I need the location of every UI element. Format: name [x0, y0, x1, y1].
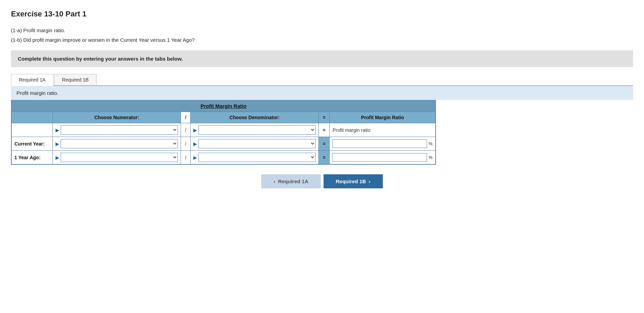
- numerator-arrow-0: ▶: [56, 127, 59, 133]
- denominator-cell-1[interactable]: ▶: [191, 137, 319, 151]
- denominator-cell-0[interactable]: ▶: [191, 123, 319, 137]
- instruction-1b: (1-b) Did profit margin improve or worse…: [11, 36, 633, 45]
- equals-2: =: [319, 151, 330, 164]
- pct-label-1: %: [428, 141, 433, 146]
- numerator-arrow-1: ▶: [56, 141, 59, 147]
- tab-subtitle: Profit margin ratio.: [11, 86, 633, 100]
- denominator-select-2[interactable]: [198, 153, 316, 162]
- col-header-result: Profit Margin Ratio: [330, 112, 436, 123]
- denominator-select-0[interactable]: [198, 125, 316, 135]
- ratio-table-title: Profit Margin Ratio: [11, 100, 436, 112]
- prev-label: Required 1A: [278, 178, 308, 184]
- equals-1: =: [319, 137, 330, 151]
- col-header-divider: /: [181, 112, 191, 123]
- col-header-numerator: Choose Numerator:: [53, 112, 181, 123]
- pct-label-2: %: [428, 155, 433, 160]
- numerator-cell-2[interactable]: ▶: [53, 151, 181, 164]
- instructions: (1-a) Profit margin ratio. (1-b) Did pro…: [11, 26, 633, 44]
- result-cell-2[interactable]: %: [330, 151, 436, 164]
- next-button[interactable]: Required 1B ›: [324, 174, 383, 188]
- denominator-cell-2[interactable]: ▶: [191, 151, 319, 164]
- divider-2: /: [181, 151, 191, 164]
- denominator-select-1[interactable]: [198, 139, 316, 148]
- col-header-label: [12, 112, 53, 123]
- col-header-denominator: Choose Denominator:: [191, 112, 319, 123]
- tab-required-1a[interactable]: Required 1A: [11, 74, 53, 86]
- ratio-table-container: Profit Margin Ratio Choose Numerator: / …: [11, 100, 436, 165]
- tabs-row: Required 1A Required 1B: [11, 74, 633, 86]
- result-input-1[interactable]: [332, 139, 427, 148]
- numerator-select-1[interactable]: [61, 139, 178, 148]
- result-cell-1[interactable]: %: [330, 137, 436, 151]
- denominator-arrow-1: ▶: [193, 141, 197, 147]
- denominator-arrow-0: ▶: [193, 127, 197, 133]
- divider-1: /: [181, 137, 191, 151]
- numerator-cell-0: ▶: [53, 123, 181, 137]
- numerator-select-2[interactable]: [61, 153, 178, 162]
- row-label-0: [12, 123, 53, 137]
- denominator-arrow-2: ▶: [193, 155, 197, 160]
- equals-0: =: [319, 123, 330, 137]
- numerator-cell-1[interactable]: ▶: [53, 137, 181, 151]
- prev-button[interactable]: ‹ Required 1A: [261, 174, 320, 188]
- numerator-select-0[interactable]: [61, 125, 178, 135]
- tab-content: Profit margin ratio. Profit Margin Ratio…: [11, 86, 633, 165]
- prev-arrow: ‹: [274, 178, 275, 184]
- tab-required-1b[interactable]: Required 1B: [54, 74, 97, 85]
- numerator-arrow-2: ▶: [56, 155, 59, 160]
- instruction-box: Complete this question by entering your …: [11, 50, 633, 67]
- row-label-2: 1 Year Ago:: [12, 151, 53, 164]
- next-arrow: ›: [369, 178, 370, 184]
- divider-0: /: [181, 123, 191, 137]
- col-header-equals: =: [319, 112, 330, 123]
- result-cell-0: Profit margin ratio: [330, 123, 436, 137]
- next-label: Required 1B: [336, 178, 366, 184]
- row-label-1: Current Year:: [12, 137, 53, 151]
- page-title: Exercise 13-10 Part 1: [11, 10, 633, 18]
- result-input-2[interactable]: [332, 153, 427, 162]
- result-text-0: Profit margin ratio: [332, 127, 370, 133]
- ratio-table: Choose Numerator: / Choose Denominator: …: [11, 112, 436, 164]
- nav-buttons: ‹ Required 1A Required 1B ›: [11, 174, 633, 188]
- instruction-1a: (1-a) Profit margin ratio.: [11, 26, 633, 35]
